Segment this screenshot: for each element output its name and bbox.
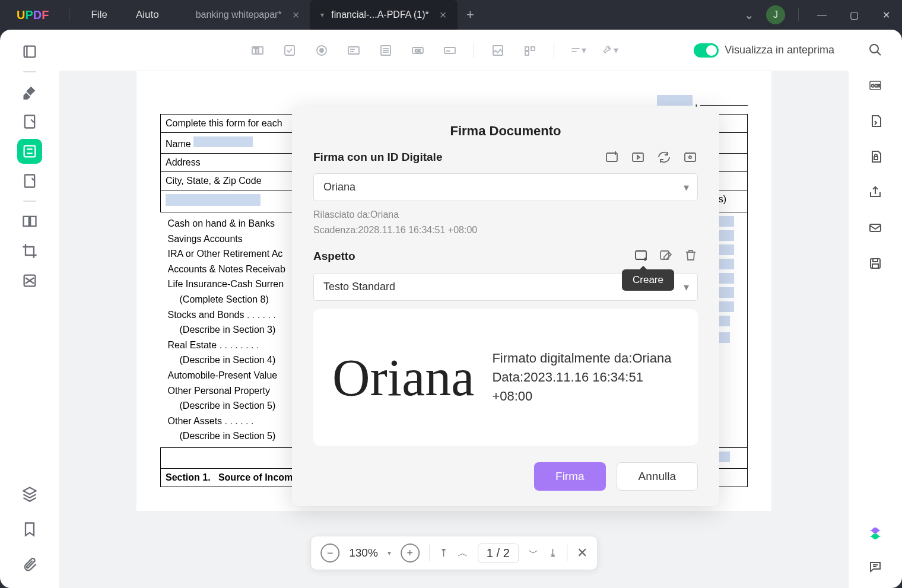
right-sidebar: OCR [849,30,902,588]
form-toolbar: T| OK ▾ ▾ Visualizza in anteprima [59,30,849,71]
image-field-icon[interactable] [490,42,506,59]
svg-rect-11 [285,46,294,55]
digital-id-select[interactable]: Oriana [313,173,698,201]
text-field-icon[interactable]: T| [249,42,266,59]
dropdown-field-icon[interactable] [345,42,362,59]
user-avatar[interactable]: J [766,5,785,24]
highlighter-icon[interactable] [17,80,42,104]
edit-appearance-icon[interactable] [659,248,673,265]
signature-name: Oriana [332,348,474,408]
reader-icon[interactable] [17,39,42,64]
svg-rect-33 [633,153,643,161]
title-bar: UPDF File Aiuto banking whitepapar* × ▾ … [0,0,902,30]
tooltip-create: Creare [622,269,674,291]
preview-label: Visualizza in anteprima [725,44,834,56]
create-appearance-icon[interactable]: Creare [634,248,648,265]
preview-toggle[interactable] [694,43,719,58]
align-icon[interactable]: ▾ [570,42,586,59]
divider [474,43,474,58]
next-page-icon[interactable]: ﹀ [528,546,539,560]
close-icon[interactable]: × [440,8,447,22]
add-tab-button[interactable]: + [458,0,484,30]
close-nav-icon[interactable]: ✕ [577,545,587,561]
svg-rect-0 [24,46,36,58]
svg-line-41 [877,52,881,55]
svg-rect-7 [30,217,36,226]
menu-help[interactable]: Aiuto [122,9,173,21]
first-page-icon[interactable]: ⤒ [439,546,448,560]
organize-pages-icon[interactable] [17,169,42,193]
chevron-down-icon[interactable]: ⌄ [744,8,754,22]
divider [567,545,567,561]
tab-bar: banking whitepapar* × ▾ financial-...A-P… [185,0,484,30]
ai-assistant-icon[interactable] [865,523,886,544]
view-id-icon[interactable] [682,150,698,165]
convert-icon[interactable] [865,110,886,132]
redact-icon[interactable] [17,268,42,293]
layers-icon[interactable] [17,481,42,506]
svg-text:OK: OK [415,49,421,53]
refresh-icon[interactable] [656,150,672,165]
bookmark-icon[interactable] [17,517,42,542]
svg-rect-34 [685,153,695,161]
last-page-icon[interactable]: ⤓ [548,546,557,560]
tab-financial[interactable]: ▾ financial-...A-PDFA (1)* × [310,0,457,30]
zoom-out-button[interactable]: − [320,543,339,562]
tools-icon[interactable]: ▾ [602,42,618,59]
svg-point-13 [320,49,323,52]
separator [69,8,69,21]
email-icon[interactable] [865,217,886,239]
comment-icon[interactable] [865,556,886,577]
id-metadata: Rilasciato da:Oriana Scadenza:2028.11.16… [313,207,698,237]
chevron-down-icon[interactable]: ▾ [320,11,324,19]
zoom-in-button[interactable]: + [401,543,420,562]
zoom-level[interactable]: 130% [349,546,378,560]
close-button[interactable]: ✕ [870,0,902,30]
svg-rect-47 [873,259,878,262]
attachment-icon[interactable] [17,552,42,577]
svg-rect-44 [874,157,878,160]
separator [23,201,36,202]
page-navigation-bar: − 130% ▾ + ⤒ ︿ 1 / 2 ﹀ ⤓ ✕ [310,536,598,570]
button-field-icon[interactable]: OK [409,42,426,59]
checkbox-icon[interactable] [281,42,298,59]
share-icon[interactable] [865,182,886,203]
import-id-icon[interactable] [630,150,646,165]
protect-icon[interactable] [865,146,886,167]
menu-file[interactable]: File [77,9,121,21]
svg-text:T|: T| [254,47,259,54]
form-mode-icon[interactable] [17,139,42,164]
tab-label: financial-...A-PDFA (1)* [331,9,429,20]
compare-icon[interactable] [17,209,42,234]
crop-icon[interactable] [17,239,42,263]
app-logo: UPDF [0,8,62,22]
barcode-icon[interactable] [522,42,538,59]
prev-page-icon[interactable]: ︿ [458,546,468,560]
svg-rect-27 [525,52,529,55]
page-indicator[interactable]: 1 / 2 [478,543,519,563]
svg-rect-2 [24,146,36,157]
digital-id-label: Firma con un ID Digitale [313,151,442,164]
svg-text:OCR: OCR [871,84,881,88]
signature-details: Firmato digitalmente da:Oriana Data:2023… [492,349,679,406]
add-id-icon[interactable] [604,150,620,165]
svg-rect-6 [24,217,29,226]
tab-banking[interactable]: banking whitepapar* × [185,0,310,30]
search-icon[interactable] [865,39,886,61]
signature-field-icon[interactable] [442,42,458,59]
minimize-button[interactable]: — [806,0,838,30]
edit-page-icon[interactable] [17,109,42,134]
save-icon[interactable] [865,253,886,274]
chevron-down-icon[interactable]: ▾ [388,549,391,557]
svg-rect-25 [525,47,529,50]
radio-icon[interactable] [313,42,330,59]
list-field-icon[interactable] [377,42,394,59]
delete-appearance-icon[interactable] [684,248,698,265]
cancel-button[interactable]: Annulla [617,462,698,491]
dialog-title: Firma Documento [292,107,719,150]
maximize-button[interactable]: ▢ [838,0,870,30]
ocr-icon[interactable]: OCR [865,75,886,96]
sign-button[interactable]: Firma [534,462,606,491]
tab-label: banking whitepapar* [196,9,282,20]
close-icon[interactable]: × [293,8,300,22]
